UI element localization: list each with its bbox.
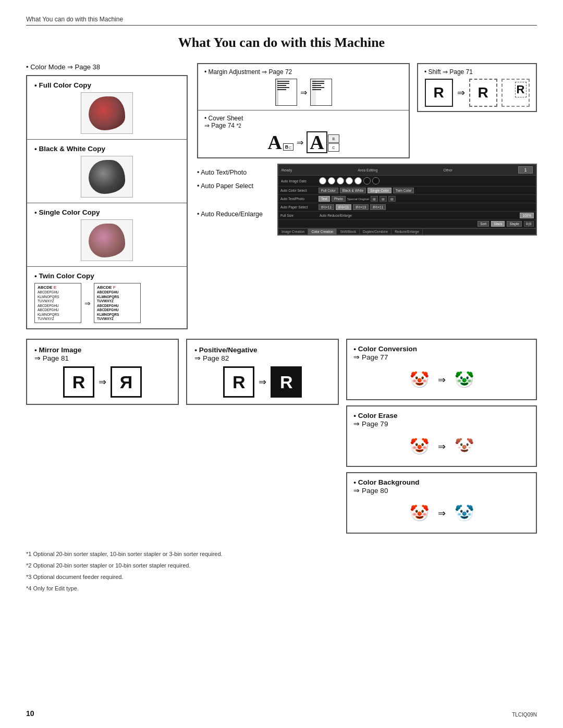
full-color-title: • Full Color Copy xyxy=(34,81,179,89)
cover-arrow-icon: ⇒ xyxy=(297,138,303,147)
bw-copy-image xyxy=(81,156,133,198)
panel-paper4[interactable]: 8½×11 xyxy=(370,204,386,210)
panel-tab-image[interactable]: Image Creation xyxy=(278,229,308,235)
clown-erase-before: 🤡 xyxy=(405,432,434,461)
single-color-title: • Single Color Copy xyxy=(34,208,179,216)
mirror-title: • Mirror Image xyxy=(34,346,170,354)
panel-extra-btn[interactable]: B|B xyxy=(524,221,534,227)
color-bg-sub: ⇒ Page 80 xyxy=(353,486,530,495)
panel-full-color-btn[interactable]: Full Color xyxy=(319,188,338,193)
cover-a-combo: A B C xyxy=(267,132,293,152)
full-color-image xyxy=(81,92,133,134)
color-mode-label: • Color Mode ⇒ Page 38 xyxy=(26,63,188,71)
panel-special-original: Special Original xyxy=(347,198,369,201)
panel-sort-btn[interactable]: Sort xyxy=(478,221,489,227)
color-erase-demo: 🤡 ⇒ 🤡 xyxy=(353,432,530,461)
panel-single-color-btn[interactable]: Single Color xyxy=(368,188,391,193)
color-conv-demo: 🤡 ⇒ 🤡 xyxy=(353,365,530,394)
panel-tab-color[interactable]: Color Creation xyxy=(308,229,337,235)
twin-text-left: ABCDE E ABCDEFGHUKLMNOPQRSTUVWXYZABCDEFG… xyxy=(34,283,81,323)
circle-2 xyxy=(328,177,335,184)
panel-circles xyxy=(319,177,380,184)
cover-demo: A B C ⇒ A B xyxy=(204,131,402,153)
panel-twin-color-btn[interactable]: Twin Color xyxy=(393,188,414,193)
panel-tab-duplex[interactable]: Duplex/Combine xyxy=(360,229,391,235)
panel-staple-btn[interactable]: Staple xyxy=(507,221,521,227)
margin-page-before xyxy=(275,79,297,106)
panel-sp-btn1[interactable]: ▤ xyxy=(371,196,378,202)
circle-1 xyxy=(319,177,326,184)
panel-sp-btn2[interactable]: ▤ xyxy=(380,196,387,202)
panel-tab-reduce[interactable]: Reduce/Enlarge xyxy=(391,229,423,235)
cover-sub: ⇒ Page 74 *2 xyxy=(204,122,402,129)
cover-a-result: A B C xyxy=(307,131,339,153)
mirror-sub: ⇒ Page 81 xyxy=(34,354,170,362)
circle-4 xyxy=(346,177,353,184)
shift-r-solid: R xyxy=(425,79,453,107)
mirror-arrow-icon: ⇒ xyxy=(99,376,106,388)
page-container: What You can do with this Machine What Y… xyxy=(0,0,563,728)
panel-auto-re: Auto Reduce/Enlarge xyxy=(320,214,517,217)
twin-color-title: • Twin Color Copy xyxy=(34,272,179,280)
panel-auto-image-row: Auto Image Date xyxy=(278,176,536,187)
margin-cover-box: • Margin Adjustment ⇒ Page 72 xyxy=(197,63,410,158)
panel-paper-label: Auto Paper Select xyxy=(280,205,317,209)
clown-after: 🤡 xyxy=(450,365,479,394)
color-bg-arrow-icon: ⇒ xyxy=(438,508,446,519)
breadcrumb: What You can do with this Machine xyxy=(26,16,537,26)
circle-5 xyxy=(354,177,362,184)
panel-paper2[interactable]: 8½×11 xyxy=(336,204,351,210)
panel-paper3[interactable]: 8½×13 xyxy=(353,204,369,210)
positive-r-black: R xyxy=(271,366,302,398)
panel-tab-shift[interactable]: Shift/Block xyxy=(337,229,360,235)
mirror-section: • Mirror Image ⇒ Page 81 R ⇒ R xyxy=(26,339,179,405)
color-bg-title: • Color Background xyxy=(353,478,530,486)
panel-zoom[interactable]: 100% xyxy=(520,213,534,218)
left-column: • Color Mode ⇒ Page 38 • Full Color Copy… xyxy=(26,63,188,329)
panel-text-btn[interactable]: Text xyxy=(319,196,330,202)
twin-color-section: • Twin Color Copy ABCDE E ABCDEFGHUKLMNO… xyxy=(27,267,187,328)
full-color-blob xyxy=(89,96,125,130)
page-number: 10 xyxy=(26,709,34,718)
panel-reduce-row: Full Size Auto Reduce/Enlarge 100% xyxy=(278,212,536,220)
panel-auto-image-label: Auto Image Date xyxy=(281,179,317,183)
footnotes: *1 Optional 20-bin sorter stapler, 10-bi… xyxy=(26,549,537,595)
panel-copy-counter: 1 xyxy=(518,166,533,174)
panel-sort-row: Sort Stack Staple B|B xyxy=(278,220,536,228)
panel-paper1[interactable]: 8½×11 xyxy=(319,204,334,210)
mirror-demo: R ⇒ R xyxy=(34,366,170,398)
shift-r-dashed: R xyxy=(469,79,497,107)
cover-note: *2 xyxy=(236,123,241,129)
shift-demo: R ⇒ R R xyxy=(424,79,530,107)
circle-3 xyxy=(337,177,344,184)
mirror-r-flipped: R xyxy=(111,366,142,398)
color-right-block: • Color Conversion ⇒ Page 77 🤡 ⇒ 🤡 • Col… xyxy=(346,339,537,534)
circle-7 xyxy=(372,177,380,184)
panel-other-label: Other xyxy=(443,168,452,172)
bw-copy-blob xyxy=(89,160,125,194)
panel-sp-btn3[interactable]: ▤ xyxy=(388,196,396,202)
color-background-section: • Color Background ⇒ Page 80 🤡 ⇒ 🤡 xyxy=(346,472,537,534)
panel-bw-btn[interactable]: Black & White xyxy=(340,188,366,193)
shift-section: • Shift ⇒ Page 71 R ⇒ R R xyxy=(417,63,537,112)
positive-negative-section: • Positive/Negative ⇒ Page 82 R ⇒ R xyxy=(186,339,339,405)
model-code: TLCIQ09N xyxy=(512,712,537,718)
panel-fullsize: Full Size xyxy=(280,214,317,217)
positive-r-white: R xyxy=(223,366,254,398)
mirror-r-original: R xyxy=(63,366,94,398)
margin-demo: ⇒ xyxy=(204,79,402,106)
clown-erase-after: 🤡 xyxy=(450,432,479,461)
panel-stack-btn[interactable]: Stack xyxy=(491,221,505,227)
bw-copy-section: • Black & White Copy xyxy=(27,140,187,203)
clown-before: 🤡 xyxy=(405,365,434,394)
panel-photo-btn[interactable]: Photo xyxy=(332,196,346,202)
panel-tabs: Image Creation Color Creation Shift/Bloc… xyxy=(278,228,536,235)
twin-text-right: ABCDE F ABCDEFGHUKLMNOPQRSTUVWXYZABCDEFG… xyxy=(94,283,141,323)
panel-atp-label: Auto Text/Photo xyxy=(280,197,317,201)
single-color-section: • Single Color Copy xyxy=(27,203,187,267)
footnote-2: *2 Optional 20-bin sorter stapler or 10-… xyxy=(26,561,537,571)
shift-arrow-icon: ⇒ xyxy=(457,87,465,98)
twin-arrow-icon: ⇒ xyxy=(84,299,91,307)
panel-color-select-row: Auto Color Select Full Color Black & Whi… xyxy=(278,187,536,195)
panel-text-photo-row: Auto Text/Photo Text Photo Special Origi… xyxy=(278,195,536,203)
